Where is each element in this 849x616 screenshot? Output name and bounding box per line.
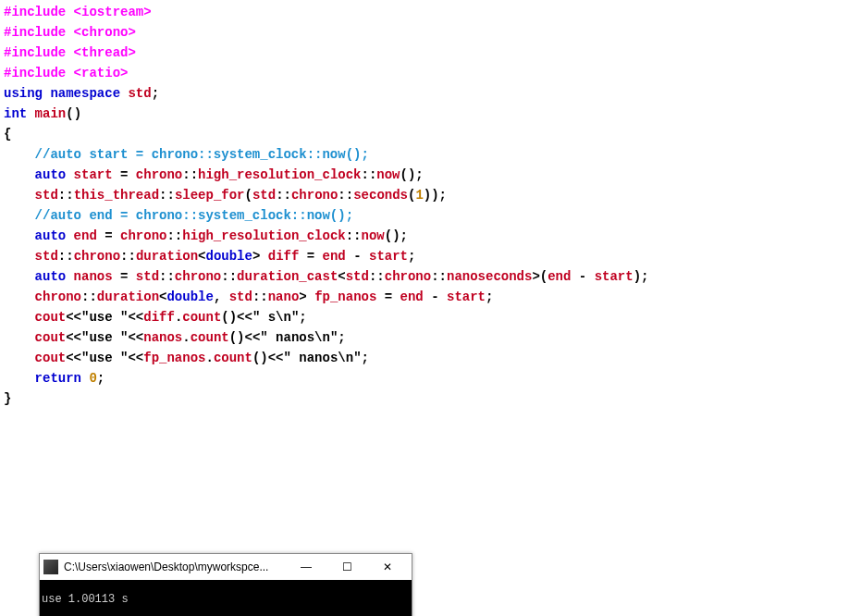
- identifier: std: [35, 249, 58, 264]
- punct: {: [4, 127, 11, 142]
- punct: (: [245, 188, 252, 203]
- punct: ::: [159, 188, 175, 203]
- keyword: return: [35, 371, 81, 386]
- identifier: chrono: [128, 167, 182, 182]
- identifier: fp_nanos: [307, 290, 385, 304]
- comment: //auto start = chrono::system_clock::now…: [4, 147, 369, 162]
- punct: );: [634, 269, 649, 284]
- code-line: #include <iostream>: [4, 2, 845, 22]
- code-line: auto end = chrono::high_resolution_clock…: [4, 226, 845, 246]
- number: 1: [415, 188, 423, 203]
- punct: .: [182, 330, 190, 345]
- identifier: main: [27, 106, 66, 121]
- identifier: end: [314, 249, 353, 264]
- code-line: }: [4, 388, 845, 409]
- identifier: std: [35, 188, 58, 203]
- punct: -: [431, 290, 438, 304]
- identifier: seconds: [353, 188, 408, 203]
- code-editor: #include <iostream> #include <chrono> #i…: [4, 2, 845, 409]
- punct: ::: [346, 228, 362, 243]
- titlebar[interactable]: C:\Users\xiaowen\Desktop\myworkspce... —…: [40, 554, 412, 580]
- code-line: #include <ratio>: [4, 63, 845, 83]
- indent: [4, 310, 35, 325]
- code-line: using namespace std;: [4, 83, 845, 104]
- keyword: auto: [35, 228, 67, 243]
- keyword: auto: [35, 269, 67, 284]
- preprocessor: #include: [4, 66, 66, 80]
- identifier: start: [66, 167, 120, 182]
- code-line: //auto end = chrono::system_clock::now()…: [4, 205, 845, 226]
- preprocessor: #include: [4, 45, 66, 60]
- console-line: use 1.00113 s: [42, 593, 410, 606]
- punct: ::: [120, 249, 136, 264]
- punct: ::: [58, 188, 74, 203]
- code-line: std::chrono::duration<double> diff = end…: [4, 246, 845, 266]
- punct: ::: [182, 167, 198, 182]
- indent: [4, 330, 35, 345]
- preprocessor: #include: [4, 5, 66, 19]
- identifier: end: [392, 290, 431, 304]
- identifier: diff: [260, 249, 306, 264]
- console-icon: [43, 560, 58, 574]
- code-line: return 0;: [4, 368, 845, 388]
- string: "use ": [81, 330, 128, 345]
- indent: [4, 351, 35, 365]
- number: 0: [89, 371, 96, 386]
- punct: -: [353, 249, 361, 264]
- punct: =: [105, 228, 112, 243]
- code-line: #include <chrono>: [4, 22, 845, 43]
- identifier: now: [376, 167, 400, 182]
- punct: ;: [362, 351, 369, 365]
- identifier: this_thread: [74, 188, 159, 203]
- code-line: int main(): [4, 104, 845, 124]
- minimize-button[interactable]: —: [286, 554, 326, 580]
- keyword: int: [4, 106, 27, 121]
- keyword: namespace: [43, 86, 120, 101]
- punct: ;: [338, 330, 345, 345]
- punct: ;: [97, 371, 105, 386]
- punct: ::: [276, 188, 291, 203]
- identifier: sleep_for: [175, 188, 245, 203]
- punct: >: [299, 290, 306, 304]
- punct: =: [385, 290, 392, 304]
- identifier: chrono: [175, 269, 221, 284]
- punct: ()<<: [229, 330, 261, 345]
- identifier: high_resolution_clock: [182, 228, 345, 243]
- code-line: chrono::duration<double, std::nano> fp_n…: [4, 287, 845, 307]
- punct: -: [579, 269, 586, 284]
- indent: [4, 290, 35, 304]
- identifier: chrono: [35, 290, 81, 304]
- indent: [4, 269, 35, 284]
- include-target: <chrono>: [66, 25, 136, 40]
- identifier: cout: [35, 310, 67, 325]
- identifier: nano: [268, 290, 300, 304]
- identifier: nanos: [66, 269, 120, 284]
- punct: ::: [166, 228, 182, 243]
- identifier: chrono: [113, 228, 167, 243]
- punct: <<: [128, 351, 143, 365]
- identifier: std: [252, 188, 276, 203]
- identifier: count: [191, 330, 229, 345]
- identifier: cout: [35, 330, 67, 345]
- identifier: fp_nanos: [143, 351, 205, 365]
- identifier: duration: [97, 290, 159, 304]
- identifier: chrono: [385, 269, 431, 284]
- string: " s\n": [252, 310, 299, 325]
- identifier: nanoseconds: [447, 269, 532, 284]
- console-window[interactable]: C:\Users\xiaowen\Desktop\myworkspce... —…: [39, 553, 412, 616]
- code-line: std::this_thread::sleep_for(std::chrono:…: [4, 185, 845, 205]
- punct: ;: [299, 310, 306, 325]
- identifier: high_resolution_clock: [198, 167, 361, 182]
- maximize-button[interactable]: ☐: [326, 554, 367, 580]
- punct: >(: [532, 269, 548, 284]
- punct: ::: [369, 269, 385, 284]
- identifier: duration: [136, 249, 198, 264]
- include-target: <thread>: [66, 45, 136, 60]
- code-line: auto start = chrono::high_resolution_clo…: [4, 165, 845, 185]
- close-button[interactable]: ✕: [367, 554, 408, 580]
- punct: =: [307, 249, 314, 264]
- punct: <<: [128, 310, 143, 325]
- indent: [4, 188, 35, 203]
- string: " nanos\n": [260, 330, 338, 345]
- punct: ::: [362, 167, 377, 182]
